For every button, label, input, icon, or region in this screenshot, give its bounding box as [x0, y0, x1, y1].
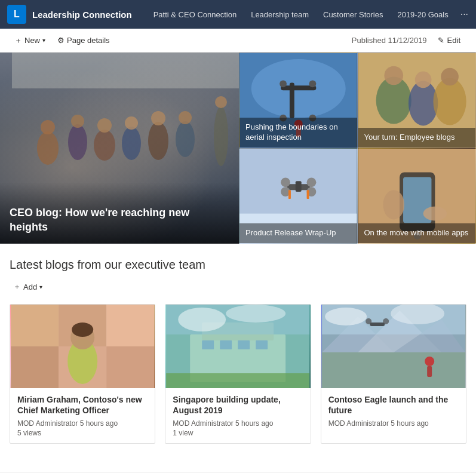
hero-cell-4-text: On the move with mobile apps: [364, 228, 469, 237]
svg-rect-65: [166, 373, 309, 388]
svg-rect-78: [427, 366, 432, 377]
svg-rect-62: [220, 340, 232, 349]
blog-card-2-title: Singapore building update, August 2019: [173, 394, 303, 416]
svg-rect-52: [11, 346, 59, 388]
nav-link-goals[interactable]: 2019-20 Goals: [390, 0, 455, 29]
hero-cell-2-caption: Your turn: Employee blogs: [358, 128, 476, 148]
blog-card-1-title: Miriam Graham, Contoso's new Chief Marke…: [17, 394, 148, 416]
blog-card-1-body: Miriam Graham, Contoso's new Chief Marke…: [10, 388, 155, 443]
svg-point-80: [366, 318, 371, 324]
blog-card-2[interactable]: Singapore building update, August 2019 M…: [165, 304, 311, 444]
hero-cell-3-caption: Product Release Wrap-Up: [239, 223, 357, 243]
add-chevron-icon: ▾: [39, 284, 42, 290]
site-logo[interactable]: L: [7, 5, 26, 24]
blog-card-3-time: 5 hours ago: [391, 419, 428, 428]
add-label: Add: [23, 282, 37, 291]
add-button[interactable]: ＋ Add ▾: [10, 279, 46, 294]
svg-rect-64: [256, 340, 268, 349]
svg-rect-51: [106, 305, 154, 346]
svg-point-10: [151, 111, 165, 125]
nav-links: Patti & CEO Connection Leadership team C…: [146, 0, 473, 29]
nav-link-patti[interactable]: Patti & CEO Connection: [146, 0, 244, 29]
settings-icon: ⚙: [57, 36, 65, 45]
hero-cell-4[interactable]: On the move with mobile apps: [358, 148, 477, 244]
hero-cell-1-caption: Pushing the boundaries on aerial inspect…: [239, 118, 357, 148]
hero-grid: Pushing the boundaries on aerial inspect…: [239, 53, 476, 244]
plus-icon: ＋: [14, 35, 22, 46]
svg-point-37: [307, 177, 317, 187]
hero-cell-2[interactable]: Your turn: Employee blogs: [358, 53, 477, 148]
hero-cell-4-caption: On the move with mobile apps: [358, 223, 476, 243]
svg-point-67: [178, 308, 226, 331]
blog-card-2-image: [165, 305, 310, 388]
svg-rect-49: [11, 305, 59, 346]
blog-card-1-views: 5 views: [17, 429, 148, 437]
top-nav: L Leadership Connection Patti & CEO Conn…: [0, 0, 476, 29]
nav-edit-button[interactable]: Edit: [473, 5, 476, 24]
svg-point-13: [214, 106, 228, 166]
svg-point-27: [384, 66, 403, 85]
svg-point-29: [414, 72, 431, 88]
svg-point-77: [425, 357, 434, 366]
hero-cell-2-text: Your turn: Employee blogs: [364, 133, 455, 142]
svg-point-12: [179, 111, 192, 124]
logo-letter: L: [14, 9, 20, 20]
hero-cell-3-text: Product Release Wrap-Up: [245, 228, 336, 237]
hero-cell-1[interactable]: Pushing the boundaries on aerial inspect…: [239, 53, 358, 148]
svg-point-75: [325, 308, 367, 325]
blog-card-3-image: [321, 305, 466, 388]
svg-rect-41: [307, 190, 309, 199]
blog-card-1-meta: MOD Administrator 5 hours ago: [17, 419, 148, 428]
pencil-icon: ✎: [438, 36, 444, 45]
svg-point-9: [148, 122, 168, 160]
edit-page-button[interactable]: ✎ Edit: [432, 33, 466, 47]
new-label: New: [24, 36, 40, 45]
svg-rect-0: [12, 53, 239, 88]
svg-point-68: [226, 305, 285, 322]
blog-card-2-meta: MOD Administrator 5 hours ago: [173, 419, 303, 428]
blogs-section-title: Latest blogs from our executive team: [10, 258, 466, 272]
svg-point-4: [71, 115, 84, 128]
add-bar: ＋ Add ▾: [10, 279, 466, 294]
svg-point-8: [125, 116, 138, 130]
nav-more-icon[interactable]: ···: [456, 0, 473, 29]
hero-cell-3[interactable]: Product Release Wrap-Up: [239, 148, 358, 244]
nav-link-stories[interactable]: Customer Stories: [316, 0, 390, 29]
blog-card-1-time: 5 hours ago: [80, 419, 118, 428]
toolbar-right: Published 11/12/2019 ✎ Edit: [352, 33, 466, 47]
page-details-button[interactable]: ⚙ Page details: [57, 36, 110, 45]
new-button[interactable]: ＋ New ▾: [10, 33, 50, 48]
edit-page-label: Edit: [447, 36, 460, 45]
hero-main-caption: CEO blog: How we're reaching new heights: [0, 182, 239, 244]
published-status: Published 11/12/2019: [352, 36, 427, 45]
svg-point-46: [423, 207, 446, 221]
svg-point-81: [383, 318, 389, 324]
nav-right-actions: Edit ★ Following ↗ Share site: [473, 5, 476, 24]
svg-point-6: [97, 118, 112, 133]
svg-rect-35: [296, 181, 302, 192]
hero-section: CEO blog: How we're reaching new heights…: [0, 53, 476, 244]
new-chevron-icon: ▾: [42, 37, 45, 44]
svg-point-14: [215, 96, 227, 108]
blog-card-1-author: MOD Administrator: [17, 419, 78, 428]
page-toolbar: ＋ New ▾ ⚙ Page details Published 11/12/2…: [0, 29, 476, 53]
svg-rect-61: [202, 340, 214, 349]
blog-card-2-author: MOD Administrator: [173, 419, 233, 428]
blog-card-3-title: Contoso Eagle launch and the future: [328, 394, 459, 416]
svg-point-19: [280, 80, 287, 87]
blog-2-illustration: [165, 305, 310, 388]
svg-rect-18: [290, 82, 294, 118]
hero-main-card[interactable]: CEO blog: How we're reaching new heights: [0, 53, 239, 244]
svg-point-57: [72, 322, 93, 337]
svg-rect-70: [322, 352, 465, 388]
blog-card-2-views: 1 view: [173, 429, 303, 437]
nav-link-leadership[interactable]: Leadership team: [244, 0, 316, 29]
blog-card-1[interactable]: Miriam Graham, Contoso's new Chief Marke…: [10, 304, 155, 444]
svg-point-36: [281, 177, 290, 187]
blog-card-3[interactable]: Contoso Eagle launch and the future MOD …: [321, 304, 466, 444]
svg-rect-40: [288, 190, 291, 199]
svg-point-20: [309, 80, 317, 87]
hero-cell-1-text: Pushing the boundaries on aerial inspect…: [245, 122, 338, 142]
blog-1-illustration: [10, 305, 155, 388]
page-details-label: Page details: [67, 36, 110, 45]
